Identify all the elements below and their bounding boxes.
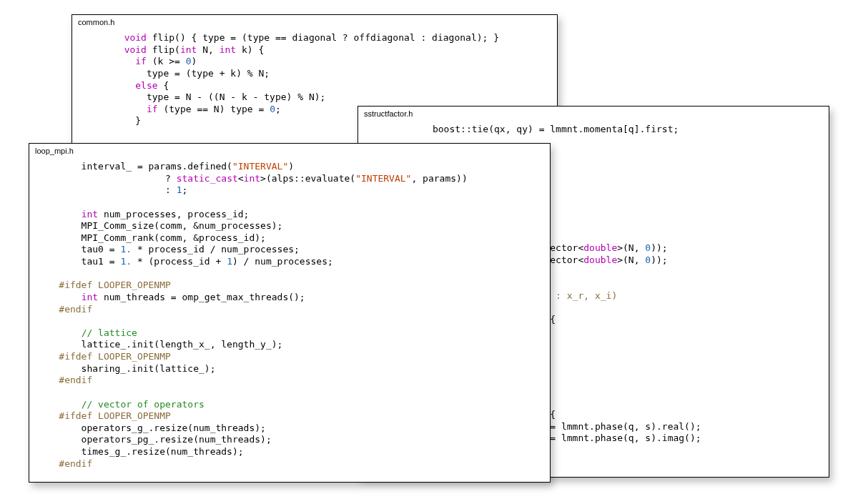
panel-title: loop_mpi.h xyxy=(29,144,550,161)
panel-title: common.h xyxy=(72,15,557,32)
code-panel-loop-mpi: loop_mpi.h interval_ = params.defined("I… xyxy=(29,143,551,483)
code-block: interval_ = params.defined("INTERVAL") ?… xyxy=(29,161,550,483)
panel-title: sstructfactor.h xyxy=(358,107,829,124)
